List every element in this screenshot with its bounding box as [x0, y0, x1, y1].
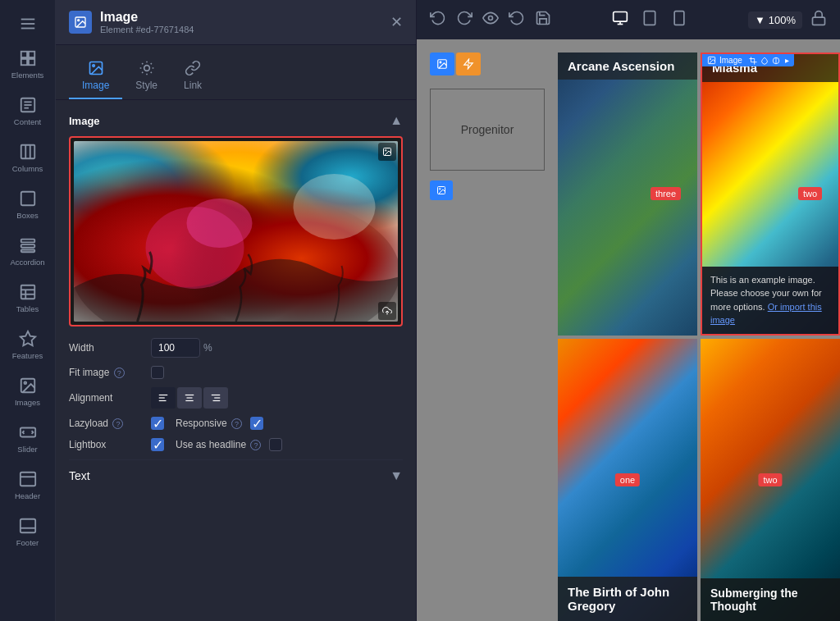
align-right-button[interactable] [203, 387, 228, 409]
canvas-blue-btn-1[interactable] [430, 53, 454, 75]
gallery-cell-john[interactable]: The Birth of John Gregory one [558, 339, 697, 622]
redo-button[interactable] [456, 10, 472, 30]
fit-image-checkbox[interactable] [151, 366, 164, 379]
close-button[interactable]: ✕ [390, 13, 403, 31]
sidebar-item-tables[interactable]: Tables [0, 275, 55, 322]
sidebar-item-columns[interactable]: Columns [0, 135, 55, 181]
tab-style[interactable]: Style [122, 55, 171, 99]
tablet-device-button[interactable] [638, 7, 661, 34]
zoom-level: 100% [769, 14, 796, 26]
image-panel: Image Element #ed-77671484 ✕ Image Style… [56, 0, 417, 621]
sidebar-item-columns-label: Columns [12, 164, 43, 173]
panel-title: Image [100, 10, 382, 25]
section-collapse-icon[interactable]: ▲ [390, 113, 403, 128]
width-label: Width [69, 342, 143, 354]
sidebar-item-images-label: Images [15, 398, 40, 407]
progenitor-label: Progenitor [461, 123, 514, 136]
tab-link-label: Link [184, 80, 202, 91]
sidebar-item-boxes-label: Boxes [16, 211, 38, 220]
panel-subtitle: Element #ed-77671484 [100, 25, 382, 34]
svg-rect-26 [20, 473, 34, 486]
sidebar-item-slider-label: Slider [17, 445, 37, 454]
svg-point-43 [187, 199, 253, 248]
fit-image-label: Fit image ? [69, 367, 143, 379]
svg-point-67 [440, 62, 441, 63]
top-bar: ▼ 100% [417, 0, 840, 39]
svg-point-70 [440, 189, 441, 190]
panel-content: Image ▲ [56, 100, 416, 621]
lazyload-responsive-row: Lazyload ? ✓ Responsive ? ✓ [69, 417, 403, 430]
top-bar-right: ▼ 100% [748, 10, 827, 30]
use-as-headline-checkbox[interactable] [269, 438, 282, 451]
lazyload-help-icon[interactable]: ? [112, 418, 123, 429]
image-section-header: Image ▲ [69, 113, 403, 128]
lightbox-headline-row: Lightbox ✓ Use as headline ? [69, 438, 403, 451]
preview-button[interactable] [482, 10, 499, 30]
tooltip-box: This is an example image. Please choose … [702, 267, 838, 334]
svg-point-44 [294, 174, 376, 240]
svg-point-46 [386, 150, 387, 152]
upload-icon[interactable] [378, 302, 396, 320]
sidebar-item-accordion[interactable]: Accordion [0, 228, 55, 275]
gallery-title-arcane: Arcane Ascension [558, 53, 697, 80]
sidebar-item-boxes[interactable]: Boxes [0, 181, 55, 228]
fit-image-row: Fit image ? [69, 366, 403, 379]
svg-point-24 [24, 381, 26, 384]
sidebar-item-footer-label: Footer [16, 538, 39, 547]
sidebar-item-content[interactable]: Content [0, 88, 55, 135]
sidebar-item-accordion-label: Accordion [10, 258, 44, 267]
zoom-control[interactable]: ▼ 100% [748, 11, 802, 29]
save-button[interactable] [535, 10, 551, 30]
responsive-help-icon[interactable]: ? [231, 418, 242, 429]
svg-rect-65 [813, 17, 825, 25]
canvas-area: Progenitor Arcane Ascension three [417, 39, 840, 621]
lock-button[interactable] [810, 10, 827, 30]
responsive-checkbox[interactable]: ✓ [250, 417, 263, 430]
sidebar-item-elements[interactable]: Elements [0, 41, 55, 88]
width-input[interactable] [151, 338, 200, 358]
svg-point-34 [144, 66, 149, 71]
canvas-toolbar [430, 53, 481, 75]
gallery-cell-miasma[interactable]: Miasma two [701, 53, 840, 336]
fit-image-help-icon[interactable]: ? [114, 368, 125, 378]
canvas-orange-btn[interactable] [456, 53, 481, 75]
sidebar-item-images[interactable]: Images [0, 368, 55, 415]
badge-john: one [615, 473, 640, 486]
sidebar-item-elements-label: Elements [11, 71, 44, 80]
lazyload-checkbox[interactable]: ✓ [151, 417, 164, 430]
mobile-device-button[interactable] [668, 7, 691, 34]
gallery-cell-arcane[interactable]: Arcane Ascension three [558, 53, 697, 336]
lightbox-checkbox[interactable]: ✓ [151, 438, 164, 451]
sidebar-item-features[interactable]: Features [0, 322, 55, 368]
align-center-button[interactable] [177, 387, 202, 409]
gallery-cell-submerging[interactable]: Submerging the Thought two [701, 339, 840, 622]
sidebar-item-header[interactable]: Header [0, 462, 55, 509]
tab-image-label: Image [82, 80, 109, 91]
image-icon-overlay [378, 143, 396, 161]
desktop-device-button[interactable] [609, 7, 632, 34]
svg-rect-4 [28, 52, 34, 57]
sidebar-item-slider[interactable]: Slider [0, 415, 55, 462]
svg-point-75 [710, 58, 710, 59]
undo-button[interactable] [430, 10, 446, 30]
panel-tabs: Image Style Link [56, 45, 416, 100]
tab-image[interactable]: Image [69, 55, 122, 99]
sidebar-item-footer[interactable]: Footer [0, 509, 55, 555]
image-panel-mini-toolbar: Image ▸ [702, 54, 794, 66]
top-bar-center [609, 7, 691, 34]
svg-rect-5 [21, 59, 26, 65]
text-section-label: Text [69, 469, 90, 482]
blue-handle[interactable] [430, 180, 453, 200]
gallery-title-submerging: Submerging the Thought [701, 578, 840, 621]
svg-point-33 [93, 65, 95, 67]
refresh-button[interactable] [509, 10, 525, 30]
tab-link[interactable]: Link [171, 55, 215, 99]
use-as-headline-help-icon[interactable]: ? [250, 440, 261, 450]
mini-toolbar-more: ▸ [785, 56, 789, 65]
image-preview-box[interactable] [69, 136, 403, 326]
sidebar-item-menu[interactable] [0, 7, 55, 41]
text-section[interactable]: Text ▼ [69, 459, 403, 491]
text-section-collapse-icon[interactable]: ▼ [390, 468, 403, 483]
zoom-chevron-icon: ▼ [755, 14, 765, 26]
align-left-button[interactable] [151, 387, 176, 409]
